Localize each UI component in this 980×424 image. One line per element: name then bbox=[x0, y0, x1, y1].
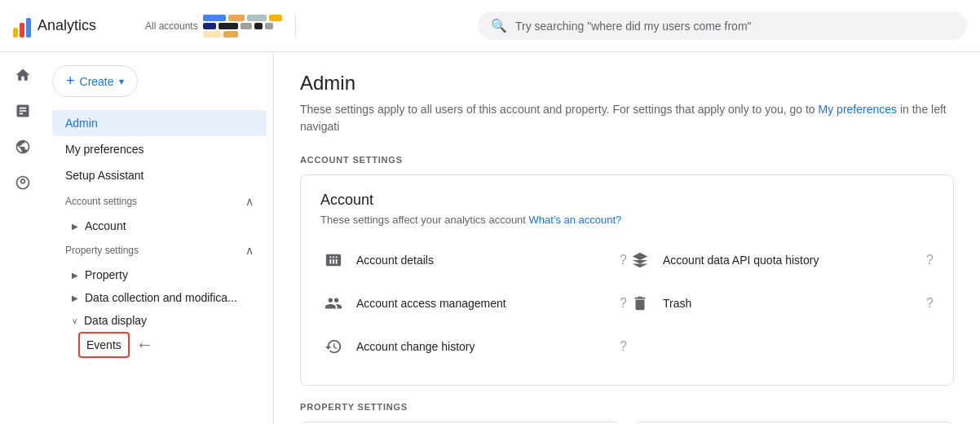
account-details-help-icon[interactable]: ? bbox=[620, 253, 627, 267]
data-display-label: Data display bbox=[84, 314, 147, 327]
property-sub-label: Property bbox=[85, 268, 128, 281]
sidebar-item-admin[interactable]: Admin bbox=[52, 110, 267, 136]
data-collection-label: Data collection and modifica... bbox=[85, 291, 237, 304]
reports-nav-item[interactable] bbox=[7, 95, 39, 127]
logo-area: Analytics bbox=[13, 15, 135, 38]
api-quota-label: Account data API quota history bbox=[663, 254, 910, 267]
sidebar: + Create ▾ Admin My preferences Setup As… bbox=[46, 52, 274, 424]
account-access-label: Account access management bbox=[356, 297, 603, 310]
red-arrow-annotation: ← bbox=[136, 334, 154, 356]
events-label: Events bbox=[86, 338, 121, 351]
search-input-wrap[interactable]: 🔍 Try searching "where did my users come… bbox=[478, 11, 967, 40]
property-settings-header[interactable]: Property settings ∧ bbox=[52, 237, 267, 263]
chevron-down-icon: ▾ bbox=[119, 76, 124, 87]
account-details-item[interactable]: Account details ? bbox=[320, 239, 627, 282]
account-sub-label: Account bbox=[85, 219, 126, 232]
home-nav-item[interactable] bbox=[7, 59, 39, 91]
sidebar-item-setup-assistant[interactable]: Setup Assistant bbox=[52, 162, 267, 188]
search-placeholder: Try searching "where did my users come f… bbox=[515, 20, 752, 33]
account-settings-chevron-icon: ∧ bbox=[245, 195, 254, 208]
whats-an-account-link[interactable]: What's an account? bbox=[529, 214, 622, 226]
account-selector[interactable]: All accounts bbox=[145, 15, 296, 38]
account-details-label: Account details bbox=[356, 254, 603, 267]
account-access-item[interactable]: Account access management ? bbox=[320, 282, 627, 325]
account-card: Account These settings affect your analy… bbox=[300, 174, 954, 386]
account-settings-section-label: ACCOUNT SETTINGS bbox=[300, 155, 954, 165]
trash-icon bbox=[627, 290, 653, 316]
page-description: These settings apply to all users of thi… bbox=[300, 101, 954, 135]
account-settings-label: Account settings bbox=[65, 196, 137, 207]
sidebar-item-account[interactable]: ▶ Account bbox=[52, 214, 267, 237]
expand-arrow-icon: ▶ bbox=[72, 222, 78, 231]
sidebar-item-data-collection[interactable]: ▶ Data collection and modifica... bbox=[52, 286, 267, 309]
card-desc-prefix: These settings affect your analytics acc… bbox=[320, 214, 526, 226]
trash-item[interactable]: Trash ? bbox=[627, 282, 934, 325]
main-layout: + Create ▾ Admin My preferences Setup As… bbox=[0, 52, 980, 424]
advertising-nav-item[interactable] bbox=[7, 166, 39, 199]
account-change-history-item[interactable]: Account change history ? bbox=[320, 325, 627, 369]
account-grid-right: Account data API quota history ? Trash ? bbox=[627, 239, 934, 369]
account-card-grid: Account details ? Account access managem… bbox=[320, 239, 934, 369]
account-change-history-icon bbox=[320, 333, 347, 360]
account-card-desc: These settings affect your analytics acc… bbox=[320, 214, 934, 226]
page-desc-text: These settings apply to all users of thi… bbox=[300, 103, 815, 116]
account-details-icon bbox=[320, 247, 347, 273]
icon-nav bbox=[0, 52, 46, 424]
account-change-history-label: Account change history bbox=[356, 340, 603, 353]
property-settings-chevron-icon: ∧ bbox=[245, 244, 254, 257]
sidebar-item-events[interactable]: Events bbox=[78, 332, 130, 358]
sidebar-item-property[interactable]: ▶ Property bbox=[52, 263, 267, 286]
my-preferences-link[interactable]: My preferences bbox=[819, 103, 897, 116]
admin-label: Admin bbox=[65, 117, 98, 130]
account-grid-left: Account details ? Account access managem… bbox=[320, 239, 627, 369]
trash-help-icon[interactable]: ? bbox=[926, 296, 934, 311]
search-bar[interactable]: 🔍 Try searching "where did my users come… bbox=[478, 11, 967, 40]
app-title: Analytics bbox=[38, 17, 96, 34]
explore-nav-item[interactable] bbox=[7, 130, 39, 163]
sidebar-item-data-display[interactable]: ∨ Data display bbox=[52, 309, 267, 332]
logo-icon bbox=[13, 15, 31, 38]
main-content: Admin These settings apply to all users … bbox=[274, 52, 980, 424]
plus-icon: + bbox=[66, 73, 75, 90]
account-card-title: Account bbox=[320, 192, 934, 209]
account-access-help-icon[interactable]: ? bbox=[620, 296, 627, 311]
search-icon: 🔍 bbox=[491, 18, 507, 33]
setup-assistant-label: Setup Assistant bbox=[65, 169, 144, 182]
topbar: Analytics All accounts bbox=[0, 0, 980, 52]
all-accounts-label: All accounts bbox=[145, 20, 198, 32]
create-label: Create bbox=[80, 75, 114, 88]
my-preferences-label: My preferences bbox=[65, 143, 143, 156]
data-display-expand-icon: ∨ bbox=[72, 316, 77, 325]
page-title: Admin bbox=[300, 72, 954, 95]
trash-label: Trash bbox=[663, 297, 910, 310]
sidebar-item-my-preferences[interactable]: My preferences bbox=[52, 136, 267, 162]
property-expand-icon: ▶ bbox=[72, 271, 78, 280]
api-quota-help-icon[interactable]: ? bbox=[926, 253, 934, 267]
account-settings-header[interactable]: Account settings ∧ bbox=[52, 188, 267, 214]
account-access-icon bbox=[320, 290, 347, 316]
property-settings-section-label: PROPERTY SETTINGS bbox=[300, 402, 954, 412]
api-quota-icon bbox=[627, 247, 653, 273]
create-button[interactable]: + Create ▾ bbox=[52, 65, 138, 97]
account-chips bbox=[203, 15, 282, 38]
account-change-history-help-icon[interactable]: ? bbox=[620, 339, 627, 354]
api-quota-item[interactable]: Account data API quota history ? bbox=[627, 239, 934, 282]
property-settings-label: Property settings bbox=[65, 245, 139, 256]
data-collection-expand-icon: ▶ bbox=[72, 294, 78, 303]
